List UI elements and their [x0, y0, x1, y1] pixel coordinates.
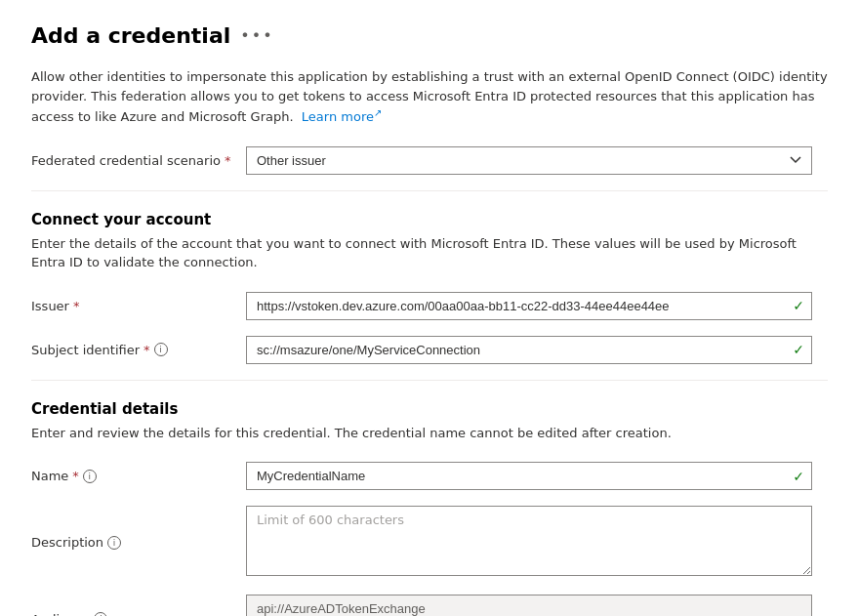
name-input[interactable] [246, 462, 812, 490]
section-divider-1 [31, 190, 828, 191]
audience-info-icon[interactable]: i [94, 612, 107, 616]
audience-input-wrapper [246, 595, 812, 616]
page-title: Add a credential [31, 23, 230, 48]
required-star-name: * [72, 469, 79, 483]
issuer-input[interactable] [246, 292, 812, 320]
external-link-icon: ↗ [374, 107, 382, 118]
section-divider-2 [31, 380, 828, 381]
audience-label: Audience i [31, 612, 246, 616]
subject-identifier-valid-icon: ✓ [793, 342, 804, 357]
audience-row: Audience i Edit (optional) [31, 595, 828, 616]
name-control: ✓ [246, 462, 812, 490]
description-row: Description i [31, 506, 828, 579]
connect-section-heading: Connect your account [31, 211, 828, 228]
subject-identifier-input[interactable] [246, 336, 812, 364]
name-input-wrapper: ✓ [246, 462, 812, 490]
subject-identifier-control: ✓ [246, 336, 812, 364]
issuer-valid-icon: ✓ [793, 298, 804, 313]
issuer-control: ✓ [246, 292, 812, 320]
subject-identifier-info-icon[interactable]: i [154, 343, 168, 356]
issuer-input-wrapper: ✓ [246, 292, 812, 320]
credential-section-heading: Credential details [31, 400, 828, 418]
name-info-icon[interactable]: i [83, 470, 97, 483]
description-info-icon[interactable]: i [107, 536, 121, 550]
subject-identifier-input-wrapper: ✓ [246, 336, 812, 364]
required-star-subject: * [143, 343, 150, 357]
federated-scenario-label: Federated credential scenario * [31, 153, 246, 168]
issuer-label: Issuer * [31, 299, 246, 313]
credential-section-desc: Enter and review the details for this cr… [31, 424, 828, 443]
page-header: Add a credential ••• [31, 23, 828, 48]
more-options-icon[interactable]: ••• [240, 26, 273, 45]
name-valid-icon: ✓ [793, 469, 804, 484]
subject-identifier-label: Subject identifier * i [31, 343, 246, 357]
subject-identifier-row: Subject identifier * i ✓ [31, 336, 828, 364]
learn-more-link[interactable]: Learn more↗ [302, 109, 383, 124]
federated-scenario-control: Other issuer GitHub Actions deploying Az… [246, 146, 812, 175]
required-star-issuer: * [73, 299, 80, 313]
name-label: Name * i [31, 469, 246, 483]
name-row: Name * i ✓ [31, 462, 828, 490]
required-star: * [225, 153, 231, 168]
description-label: Description i [31, 535, 246, 550]
connect-section-desc: Enter the details of the account that yo… [31, 234, 828, 272]
federated-scenario-row: Federated credential scenario * Other is… [31, 146, 828, 175]
description-control [246, 506, 812, 579]
description-textarea[interactable] [246, 506, 812, 576]
federated-scenario-select[interactable]: Other issuer GitHub Actions deploying Az… [246, 146, 812, 175]
issuer-row: Issuer * ✓ [31, 292, 828, 320]
audience-control: Edit (optional) [246, 595, 812, 616]
audience-input[interactable] [246, 595, 812, 616]
intro-description: Allow other identities to impersonate th… [31, 67, 828, 127]
